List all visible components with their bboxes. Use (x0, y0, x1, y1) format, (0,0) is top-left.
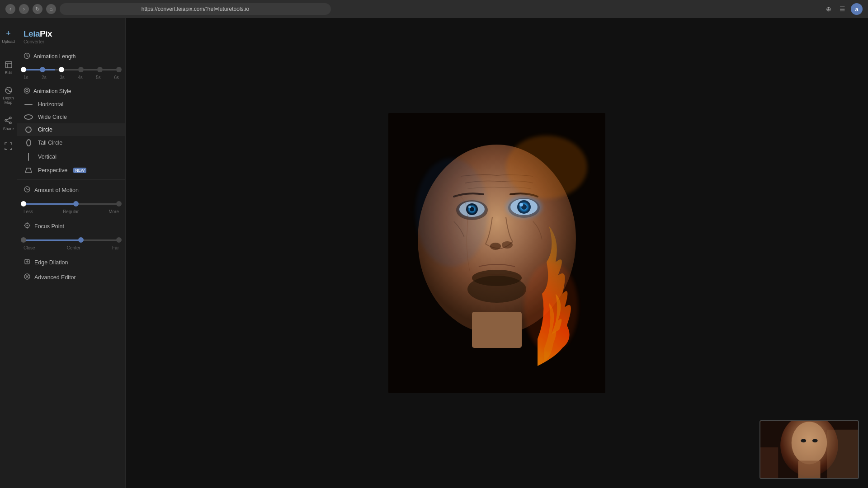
style-horizontal[interactable]: Horizontal (17, 98, 125, 111)
back-button[interactable]: ‹ (5, 4, 15, 14)
svg-point-4 (9, 117, 11, 119)
divider-1 (17, 179, 125, 180)
svg-point-41 (467, 276, 526, 303)
animation-style-icon (24, 87, 30, 95)
motion-labels: Less Regular More (24, 209, 119, 214)
slider-tick-1 (40, 67, 45, 72)
focus-slider[interactable] (24, 236, 119, 244)
animation-style-header: Animation Style (17, 84, 125, 98)
slider-tick-0 (21, 67, 26, 72)
advanced-editor-row[interactable]: Advanced Editor (17, 270, 125, 285)
svg-point-10 (24, 88, 30, 94)
animation-length-slider[interactable] (24, 66, 119, 73)
focus-point-row[interactable]: Focus Point (17, 219, 125, 234)
slider-tick-5 (116, 67, 122, 72)
svg-point-37 (506, 196, 542, 218)
panel-sidebar: LeiaPix Converter Animation Length (17, 18, 126, 488)
logo-subtitle: Converter (24, 39, 119, 44)
focus-end (116, 237, 122, 243)
svg-rect-49 (798, 461, 820, 479)
edge-dilation-row[interactable]: Edge Dilation (17, 255, 125, 270)
edit-button[interactable]: Edit (0, 56, 17, 79)
motion-start (21, 201, 26, 206)
fullscreen-icon (4, 142, 13, 151)
home-button[interactable]: ⌂ (46, 4, 56, 14)
focus-handle[interactable] (78, 237, 84, 243)
svg-line-12 (25, 168, 27, 173)
focus-point-icon (24, 222, 31, 230)
style-tall-circle[interactable]: Tall Circle (17, 136, 125, 150)
share-icon (4, 116, 13, 125)
circle-icon (24, 127, 33, 133)
upload-icon: + (4, 29, 13, 38)
svg-point-43 (524, 262, 578, 352)
icon-sidebar: + Upload Edit DepthMap (0, 18, 17, 488)
logo-area: LeiaPix Converter (17, 23, 125, 50)
edit-icon (4, 60, 13, 69)
svg-point-51 (812, 439, 818, 442)
svg-point-44 (415, 158, 488, 267)
focus-track (24, 239, 119, 241)
depth-map-icon (4, 86, 13, 95)
svg-line-7 (7, 118, 9, 120)
user-avatar[interactable]: a (851, 3, 863, 15)
svg-point-15 (27, 225, 28, 226)
animation-length-header: Animation Length (17, 50, 125, 63)
motion-end (116, 201, 122, 206)
svg-point-39 (502, 241, 513, 249)
camera-overlay (760, 420, 859, 479)
motion-track (24, 203, 119, 205)
logo-text: LeiaPix (24, 29, 119, 39)
depth-map-button[interactable]: DepthMap (0, 82, 17, 109)
focus-labels: Close Center Far (24, 245, 119, 250)
slider-tick-2 (59, 67, 64, 72)
browser-toolbar: ⊕ ☰ a (824, 3, 863, 15)
style-wide-circle[interactable]: Wide Circle (17, 111, 125, 123)
svg-point-38 (490, 243, 501, 250)
browser-chrome: ‹ › ↻ ⌂ ⊕ ☰ a (0, 0, 868, 18)
svg-point-50 (801, 439, 806, 442)
focus-fill (24, 239, 81, 241)
svg-rect-0 (5, 61, 12, 68)
amount-of-motion-row[interactable]: Amount of Motion (17, 183, 125, 197)
wide-circle-icon (24, 114, 33, 120)
animation-length-slider-section: 1s 2s 3s 4s 5s 6s (17, 63, 125, 84)
focus-slider-section: Close Center Far (17, 234, 125, 255)
slider-track (24, 69, 119, 70)
forward-button[interactable]: › (19, 4, 29, 14)
url-bar[interactable] (60, 3, 331, 15)
reload-button[interactable]: ↻ (33, 4, 42, 14)
svg-line-8 (7, 121, 9, 123)
motion-handle[interactable] (73, 201, 79, 206)
slider-fill (24, 69, 55, 70)
svg-point-6 (9, 122, 11, 124)
motion-fill (24, 203, 76, 205)
new-badge: NEW (73, 168, 86, 173)
menu-icon[interactable]: ☰ (837, 4, 847, 14)
vertical-icon (24, 153, 33, 161)
motion-slider[interactable] (24, 200, 119, 207)
fullscreen-button[interactable] (0, 138, 17, 155)
svg-rect-42 (472, 312, 522, 348)
perspective-icon (24, 167, 33, 174)
upload-button[interactable]: + Upload (0, 25, 17, 47)
horizontal-icon (24, 104, 33, 105)
app-container: + Upload Edit DepthMap (0, 18, 868, 488)
portrait-image (388, 113, 605, 393)
svg-point-5 (5, 120, 7, 122)
animation-length-labels: 1s 2s 3s 4s 5s 6s (24, 75, 119, 80)
svg-point-45 (506, 136, 587, 199)
svg-point-48 (792, 422, 827, 464)
edge-dilation-icon (24, 258, 31, 267)
share-button[interactable]: Share (0, 113, 17, 135)
tall-circle-icon (24, 139, 33, 146)
advanced-editor-icon (24, 273, 31, 282)
style-perspective[interactable]: Perspective NEW (17, 164, 125, 177)
camera-feed (760, 421, 858, 478)
focus-start (21, 237, 26, 243)
extensions-icon[interactable]: ⊕ (824, 4, 834, 14)
motion-slider-section: Less Regular More (17, 197, 125, 219)
style-vertical[interactable]: Vertical (17, 150, 125, 164)
slider-tick-4 (97, 67, 103, 72)
style-circle[interactable]: Circle (17, 123, 125, 136)
